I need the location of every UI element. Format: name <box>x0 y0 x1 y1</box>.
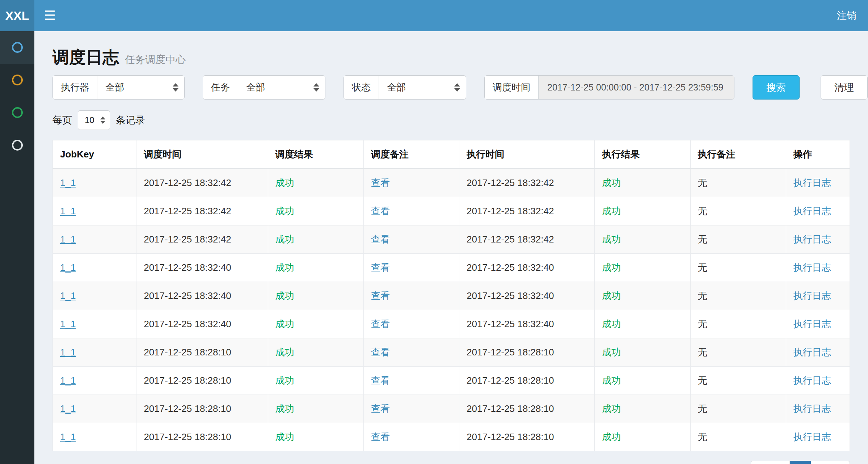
exec-log-link-cell: 执行日志 <box>786 338 850 367</box>
jobkey-link[interactable]: 1_1 <box>60 262 76 273</box>
jobkey-link[interactable]: 1_1 <box>60 206 76 216</box>
exec-log-link[interactable]: 执行日志 <box>793 319 831 329</box>
clear-button[interactable]: 清理 <box>821 75 868 100</box>
jobkey-link-cell: 1_1 <box>53 225 136 254</box>
schedule-time-cell: 2017-12-25 18:28:10 <box>136 395 268 423</box>
circle-icon <box>12 107 23 118</box>
status-filter-label: 状态 <box>344 76 379 99</box>
schedule-time-cell: 2017-12-25 18:32:40 <box>136 310 268 338</box>
table-row: 1_12017-12-25 18:28:10成功查看2017-12-25 18:… <box>53 423 850 451</box>
job-filter-select[interactable]: 全部 <box>238 76 325 99</box>
jobkey-link[interactable]: 1_1 <box>60 403 76 414</box>
jobkey-link[interactable]: 1_1 <box>60 177 76 188</box>
jobkey-link-cell: 1_1 <box>53 310 136 338</box>
table-row: 1_12017-12-25 18:32:42成功查看2017-12-25 18:… <box>53 197 850 225</box>
pagination: 上页 1 下页 <box>751 461 850 464</box>
jobkey-link-cell: 1_1 <box>53 197 136 225</box>
schedule-remark-link-cell: 查看 <box>363 338 459 367</box>
select-arrows-icon <box>173 83 178 92</box>
exec-log-link[interactable]: 执行日志 <box>793 177 831 188</box>
exec-log-link[interactable]: 执行日志 <box>793 234 831 245</box>
schedule-result-cell: 成功 <box>268 225 363 254</box>
executor-filter-select[interactable]: 全部 <box>97 76 184 99</box>
schedule-result-cell: 成功 <box>268 282 363 310</box>
jobkey-link-cell: 1_1 <box>53 395 136 423</box>
time-range-input[interactable] <box>539 76 734 99</box>
exec-remark-cell: 无 <box>690 338 786 367</box>
schedule-remark-link-cell: 查看 <box>363 423 459 451</box>
exec-log-link-cell: 执行日志 <box>786 282 850 310</box>
sidebar-item-2[interactable] <box>0 64 34 96</box>
sidebar-item-3[interactable] <box>0 96 34 129</box>
top-navbar: XXL ☰ 注销 <box>0 0 868 31</box>
sidebar-item-4[interactable] <box>0 129 34 161</box>
schedule-time-cell: 2017-12-25 18:32:40 <box>136 282 268 310</box>
exec-result-cell: 成功 <box>595 169 690 197</box>
jobkey-link[interactable]: 1_1 <box>60 347 76 358</box>
jobkey-link-cell: 1_1 <box>53 423 136 451</box>
exec-log-link[interactable]: 执行日志 <box>793 431 831 442</box>
exec-log-link-cell: 执行日志 <box>786 310 850 338</box>
schedule-result-cell: 成功 <box>268 310 363 338</box>
executor-filter-group: 执行器 全部 <box>52 75 185 100</box>
logout-link[interactable]: 注销 <box>825 0 868 31</box>
sidebar-toggle-icon[interactable]: ☰ <box>34 0 66 31</box>
jobkey-link-cell: 1_1 <box>53 169 136 197</box>
schedule-remark-link[interactable]: 查看 <box>371 403 390 414</box>
page-size-prefix: 每页 <box>52 114 72 127</box>
schedule-remark-link[interactable]: 查看 <box>371 234 390 245</box>
jobkey-link[interactable]: 1_1 <box>60 375 76 386</box>
search-button[interactable]: 搜索 <box>753 75 800 100</box>
jobkey-link[interactable]: 1_1 <box>60 319 76 329</box>
exec-log-link[interactable]: 执行日志 <box>793 403 831 414</box>
sidebar-item-1[interactable] <box>0 31 34 64</box>
filter-bar: 执行器 全部 任务 全部 状态 全部 调度时间 搜索 清理 <box>52 75 850 100</box>
exec-log-link[interactable]: 执行日志 <box>793 206 831 216</box>
page-header: 调度日志 任务调度中心 <box>52 31 850 67</box>
schedule-remark-link[interactable]: 查看 <box>371 177 390 188</box>
table-footer: 第 1 页 ( 总共 1 页， 10 条记录 ) 上页 1 下页 <box>52 461 850 464</box>
circle-icon <box>12 42 23 53</box>
prev-page-button[interactable]: 上页 <box>751 461 790 464</box>
exec-result-cell: 成功 <box>595 423 690 451</box>
column-header: 调度结果 <box>268 140 363 169</box>
schedule-remark-link-cell: 查看 <box>363 169 459 197</box>
jobkey-link[interactable]: 1_1 <box>60 431 76 442</box>
schedule-result-cell: 成功 <box>268 423 363 451</box>
schedule-remark-link[interactable]: 查看 <box>371 206 390 216</box>
schedule-remark-link-cell: 查看 <box>363 395 459 423</box>
exec-log-link[interactable]: 执行日志 <box>793 290 831 301</box>
next-page-button[interactable]: 下页 <box>811 461 850 464</box>
sidebar <box>0 31 34 464</box>
schedule-result-cell: 成功 <box>268 254 363 282</box>
exec-time-cell: 2017-12-25 18:28:10 <box>459 338 595 367</box>
schedule-time-cell: 2017-12-25 18:32:40 <box>136 254 268 282</box>
column-header: 调度备注 <box>363 140 459 169</box>
exec-result-cell: 成功 <box>595 310 690 338</box>
log-table-header-row: JobKey调度时间调度结果调度备注执行时间执行结果执行备注操作 <box>53 140 850 169</box>
jobkey-link[interactable]: 1_1 <box>60 234 76 245</box>
current-page-button[interactable]: 1 <box>790 461 811 464</box>
table-row: 1_12017-12-25 18:32:40成功查看2017-12-25 18:… <box>53 282 850 310</box>
schedule-remark-link[interactable]: 查看 <box>371 347 390 358</box>
exec-result-cell: 成功 <box>595 197 690 225</box>
schedule-remark-link[interactable]: 查看 <box>371 290 390 301</box>
schedule-time-cell: 2017-12-25 18:28:10 <box>136 367 268 395</box>
page-size-select[interactable]: 10 <box>78 110 110 130</box>
schedule-time-cell: 2017-12-25 18:28:10 <box>136 423 268 451</box>
exec-log-link[interactable]: 执行日志 <box>793 375 831 386</box>
jobkey-link-cell: 1_1 <box>53 338 136 367</box>
schedule-result-cell: 成功 <box>268 338 363 367</box>
exec-remark-cell: 无 <box>690 367 786 395</box>
schedule-remark-link[interactable]: 查看 <box>371 431 390 442</box>
schedule-remark-link-cell: 查看 <box>363 282 459 310</box>
jobkey-link[interactable]: 1_1 <box>60 290 76 301</box>
exec-log-link[interactable]: 执行日志 <box>793 347 831 358</box>
status-filter-select[interactable]: 全部 <box>379 76 466 99</box>
schedule-remark-link[interactable]: 查看 <box>371 319 390 329</box>
circle-icon <box>12 140 23 151</box>
jobkey-link-cell: 1_1 <box>53 254 136 282</box>
exec-log-link[interactable]: 执行日志 <box>793 262 831 273</box>
schedule-remark-link[interactable]: 查看 <box>371 262 390 273</box>
schedule-remark-link[interactable]: 查看 <box>371 375 390 386</box>
